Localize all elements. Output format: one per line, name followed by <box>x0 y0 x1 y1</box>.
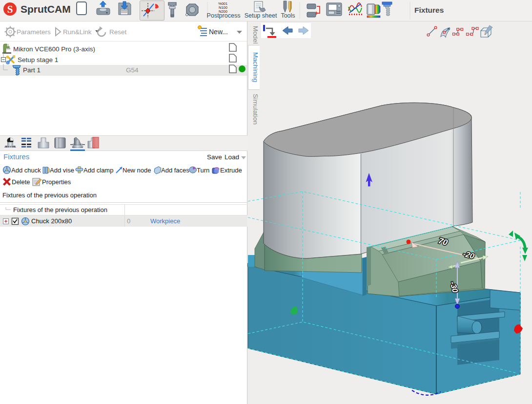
svg-text:Delete: Delete <box>12 178 30 186</box>
svg-text:Properties: Properties <box>42 178 71 186</box>
svg-text:Setup stage 1: Setup stage 1 <box>18 56 58 64</box>
svg-text:Fixtures: Fixtures <box>414 6 444 14</box>
svg-text:Fixtures of the previous opera: Fixtures of the previous operation <box>13 206 107 213</box>
svg-text:Postprocess: Postprocess <box>207 12 241 19</box>
svg-text:SprutCAM: SprutCAM <box>20 3 71 15</box>
svg-text:Load: Load <box>225 153 239 161</box>
svg-text:Setup sheet: Setup sheet <box>245 12 277 19</box>
svg-text:Tools: Tools <box>281 12 295 19</box>
svg-text:New...: New... <box>209 28 228 36</box>
svg-text:New node: New node <box>123 167 151 174</box>
svg-text:Part 1: Part 1 <box>23 66 41 74</box>
svg-text:0: 0 <box>127 217 130 225</box>
svg-text:Extrude: Extrude <box>220 167 242 174</box>
svg-text:Reset: Reset <box>109 28 127 36</box>
svg-text:Fixtures: Fixtures <box>3 152 29 161</box>
svg-text:Mikron VCE600 Pro (3-axis): Mikron VCE600 Pro (3-axis) <box>13 45 95 53</box>
svg-text:Parameters: Parameters <box>17 28 51 36</box>
svg-text:Add chuck: Add chuck <box>11 167 41 174</box>
svg-text:Fixtures of the previous opera: Fixtures of the previous operation <box>2 191 97 199</box>
svg-text:Workpiece: Workpiece <box>150 217 180 225</box>
svg-text:Add faces: Add faces <box>161 167 189 174</box>
svg-text:Add vise: Add vise <box>50 167 74 174</box>
svg-text:Turn: Turn <box>197 167 209 174</box>
svg-text:S: S <box>7 3 13 15</box>
svg-text:Chuck 200x80: Chuck 200x80 <box>31 217 72 225</box>
svg-text:Save: Save <box>207 153 222 161</box>
svg-text:Add clamp: Add clamp <box>83 167 113 174</box>
svg-text:G54: G54 <box>126 66 139 74</box>
svg-text:Run&Link: Run&Link <box>63 28 92 36</box>
